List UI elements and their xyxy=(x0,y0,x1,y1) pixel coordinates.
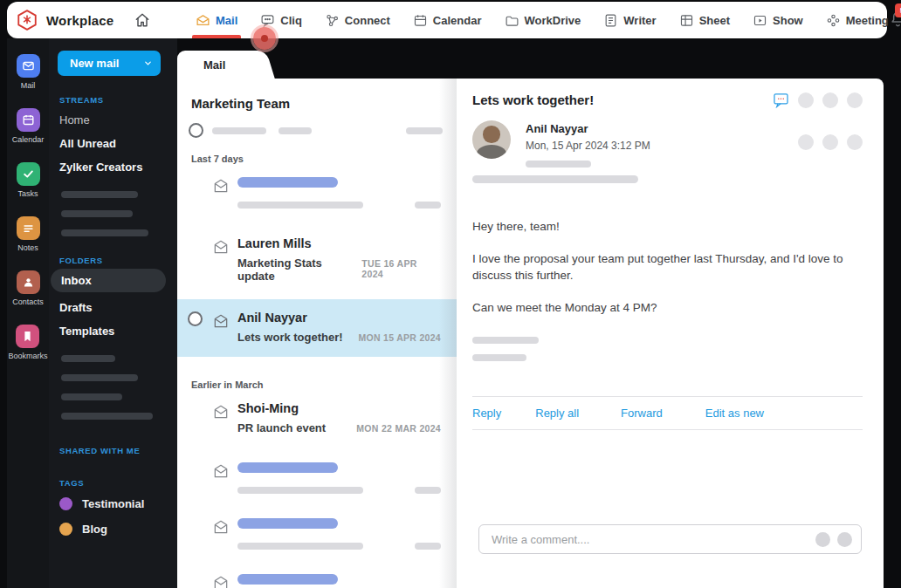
skeleton-bar xyxy=(61,374,138,381)
rail-item-mail[interactable]: Mail xyxy=(17,54,40,90)
mail-app-icon xyxy=(17,54,40,78)
envelope-icon xyxy=(212,574,230,588)
new-mail-button[interactable]: New mail xyxy=(58,51,161,76)
skeleton-bar xyxy=(61,393,122,400)
skeleton-bar xyxy=(237,202,363,209)
sent-datetime: Mon, 15 Apr 2024 3:12 PM xyxy=(526,140,798,152)
comment-attach-button[interactable] xyxy=(837,532,852,547)
envelope-icon xyxy=(212,177,230,198)
detail-action-button[interactable] xyxy=(847,92,863,108)
home-icon[interactable] xyxy=(134,11,151,29)
mail-list-item-placeholder[interactable] xyxy=(177,166,457,222)
notes-app-icon xyxy=(17,216,40,240)
forward-button[interactable]: Forward xyxy=(621,407,663,420)
reply-button[interactable]: Reply xyxy=(472,407,501,420)
message-action-button[interactable] xyxy=(822,134,838,150)
select-all-checkbox[interactable] xyxy=(189,123,203,138)
mail-checkbox[interactable] xyxy=(188,311,203,326)
sender-row: Anil Nayyar Mon, 15 Apr 2024 3:12 PM xyxy=(472,120,863,168)
brand-area: Workplace xyxy=(16,9,171,31)
calendar-icon xyxy=(413,13,428,28)
envelope-icon xyxy=(212,518,230,539)
skeleton-bar xyxy=(472,354,526,361)
bookmarks-app-icon xyxy=(16,325,39,348)
mail-list-item-placeholder[interactable] xyxy=(177,507,457,563)
sidebar-item-templates[interactable]: Templates xyxy=(58,319,169,343)
show-icon xyxy=(753,13,767,28)
message-action-button[interactable] xyxy=(847,134,863,150)
rail-item-notes[interactable]: Notes xyxy=(17,216,40,252)
mail-subject: Lets work together! xyxy=(237,331,343,344)
mail-list-item-placeholder[interactable] xyxy=(177,563,457,588)
mail-list-item-selected[interactable]: Anil Nayyar Lets work together! MON 15 A… xyxy=(177,299,457,357)
rail-item-contacts[interactable]: Contacts xyxy=(12,270,44,306)
nav-show[interactable]: Show xyxy=(753,2,803,38)
sidebar-item-home[interactable]: Home xyxy=(58,108,169,132)
body-paragraph: I love the proposal your team put togeth… xyxy=(472,250,848,284)
mail-sender: Lauren Mills xyxy=(237,236,444,250)
nav-sheet[interactable]: Sheet xyxy=(679,2,730,38)
select-all-row xyxy=(189,123,457,138)
skeleton-bar xyxy=(406,127,443,134)
mail-list-item[interactable]: Shoi-Ming PR launch event MON 22 MAR 202… xyxy=(177,392,457,444)
mail-sender: Shoi-Ming xyxy=(237,401,444,415)
mail-tab[interactable]: Mail xyxy=(177,51,258,79)
topbar: Workplace Mail Cliq Connect Calendar xyxy=(7,2,887,38)
rail-item-calendar[interactable]: Calendar xyxy=(12,108,45,144)
notifications-button[interactable]: 5 xyxy=(889,10,901,31)
detail-header: Lets work together! xyxy=(472,92,863,108)
mail-date: MON 15 APR 2024 xyxy=(358,332,441,343)
nav-workdrive[interactable]: WorkDrive xyxy=(505,2,581,38)
mail-content-card: Marketing Team Last 7 days Lauren Mills … xyxy=(177,79,884,588)
sidebar-item-drafts[interactable]: Drafts xyxy=(58,296,169,319)
workdrive-icon xyxy=(505,13,519,28)
nav-meeting[interactable]: Meeting xyxy=(826,2,889,38)
tag-color-dot xyxy=(59,523,72,536)
cliq-icon xyxy=(260,13,275,28)
detail-action-button[interactable] xyxy=(822,92,838,108)
envelope-icon xyxy=(212,462,230,483)
meeting-icon xyxy=(826,13,841,28)
mail-date: MON 22 MAR 2024 xyxy=(356,423,441,434)
mail-icon xyxy=(196,13,210,28)
divider xyxy=(472,429,863,430)
envelope-icon xyxy=(212,238,230,259)
mail-list-item-placeholder[interactable] xyxy=(177,451,457,507)
tag-blog[interactable]: Blog xyxy=(58,516,169,542)
skeleton-bar xyxy=(279,127,312,134)
skeleton-bar xyxy=(61,413,153,420)
skeleton-bar xyxy=(415,202,441,209)
comments-icon[interactable] xyxy=(773,92,789,108)
rail-item-bookmarks[interactable]: Bookmarks xyxy=(8,325,47,360)
envelope-icon xyxy=(212,312,230,333)
sidebar-item-inbox[interactable]: Inbox xyxy=(51,269,166,292)
edit-as-new-button[interactable]: Edit as new xyxy=(705,407,764,420)
message-action-button[interactable] xyxy=(798,134,814,150)
connect-icon xyxy=(325,13,340,28)
sidebar-item-all-unread[interactable]: All Unread xyxy=(58,132,169,155)
calendar-app-icon xyxy=(17,108,40,132)
skeleton-bar xyxy=(237,177,338,188)
comment-input[interactable] xyxy=(479,533,808,546)
chevron-down-icon xyxy=(143,58,153,68)
mail-list-item[interactable]: Lauren Mills Marketing Stats update TUE … xyxy=(177,227,457,292)
mail-sender: Anil Nayyar xyxy=(237,311,444,325)
skeleton-bar xyxy=(237,487,363,494)
reply-all-button[interactable]: Reply all xyxy=(535,407,579,420)
topbar-right: 5 xyxy=(889,7,901,33)
tag-testimonial[interactable]: Testimonial xyxy=(58,491,169,516)
nav-calendar[interactable]: Calendar xyxy=(413,2,482,38)
nav-writer[interactable]: Writer xyxy=(603,2,656,38)
nav-connect[interactable]: Connect xyxy=(325,2,390,38)
sidebar-item-zylker-creators[interactable]: Zylker Creators xyxy=(58,155,169,179)
writer-icon xyxy=(603,13,618,28)
signature-placeholder xyxy=(472,337,863,361)
rail-item-tasks[interactable]: Tasks xyxy=(17,162,40,198)
nav-mail[interactable]: Mail xyxy=(196,2,237,38)
cursor-click-indicator xyxy=(253,27,276,50)
detail-action-button[interactable] xyxy=(798,92,814,108)
comment-emoji-button[interactable] xyxy=(815,532,830,547)
comment-box xyxy=(478,524,862,554)
folders-section-title: FOLDERS xyxy=(59,256,169,265)
streams-section-title: STREAMS xyxy=(59,95,169,105)
